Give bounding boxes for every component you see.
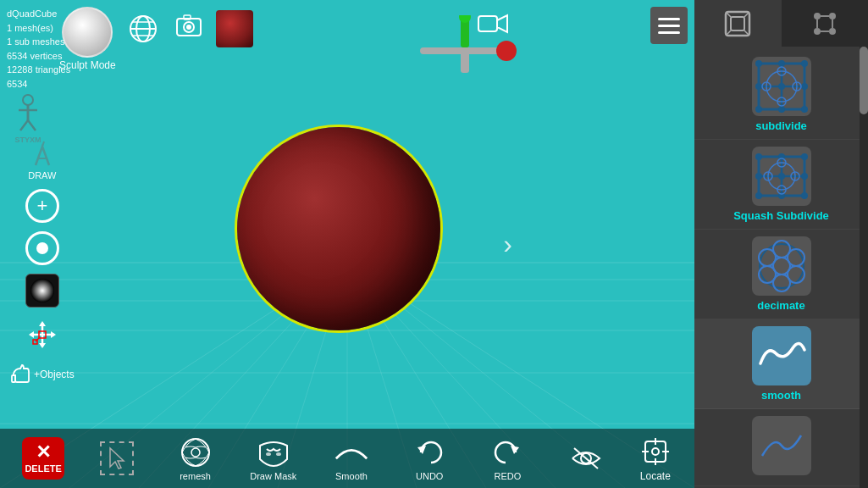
add-button[interactable]: + [25, 189, 59, 223]
nav-arrow-right[interactable]: › [503, 229, 512, 260]
draw-mask-tool[interactable]: Draw Mask [248, 435, 299, 481]
svg-point-86 [801, 83, 808, 90]
undo-tool[interactable]: UNDO [404, 435, 455, 481]
nodes-view-icon [809, 8, 841, 40]
svg-point-24 [186, 25, 191, 30]
globe-icon [128, 14, 158, 44]
svg-point-85 [755, 83, 762, 90]
remesh-icon [179, 435, 213, 469]
locate-svg [640, 436, 671, 467]
smooth-label: Smooth [335, 471, 368, 481]
move-icon [27, 319, 58, 350]
left-tools: DRAW + [7, 140, 78, 387]
svg-point-91 [801, 106, 808, 113]
delete-x-icon: ✕ [36, 443, 51, 462]
svg-point-106 [755, 173, 762, 180]
panel-scrollbar[interactable] [860, 47, 868, 488]
svg-point-100 [755, 153, 762, 160]
tool-item-smooth[interactable]: smooth [694, 319, 868, 409]
subdivide-icon-container [752, 57, 811, 116]
cube-view-icon [721, 8, 754, 40]
locate-tool[interactable]: Locate [639, 435, 672, 482]
svg-point-74 [814, 28, 821, 35]
svg-point-88 [755, 60, 762, 67]
svg-line-37 [28, 120, 36, 130]
right-panel: subdivide [694, 0, 868, 488]
svg-rect-50 [12, 375, 15, 382]
tool-gizmo [408, 15, 518, 86]
redo-svg [492, 437, 522, 468]
svg-point-53 [191, 448, 200, 457]
3d-sphere [237, 127, 440, 330]
undo-svg [414, 437, 445, 468]
move-tool[interactable] [24, 316, 61, 353]
styx-logo-svg [7, 93, 49, 136]
redo-tool[interactable]: REDO [482, 435, 533, 481]
squash-subdivide-icon [755, 150, 808, 202]
mesh-info: dQuadCube 1 mesh(es) 1 sub meshes 6534 v… [7, 7, 70, 91]
panel-tabs [694, 0, 868, 47]
tool-item-extra[interactable] [694, 409, 868, 486]
svg-point-108 [778, 173, 785, 180]
svg-point-75 [829, 28, 836, 35]
smooth-icon-container [752, 326, 811, 385]
svg-point-72 [814, 13, 821, 19]
svg-point-107 [801, 173, 808, 180]
tool-item-decimate[interactable]: decimate [694, 230, 868, 319]
delete-button[interactable]: ✕ DELETE [22, 437, 64, 480]
svg-point-102 [755, 192, 762, 199]
decimate-icon [755, 240, 808, 292]
subdivide-icon [755, 60, 808, 113]
eye-slash-icon [569, 441, 603, 475]
smooth-svg [334, 439, 368, 466]
extra-icon [755, 429, 808, 463]
svg-point-40 [30, 279, 54, 302]
hamburger-menu[interactable] [650, 7, 688, 44]
svg-marker-45 [29, 331, 34, 338]
remesh-label: remesh [180, 471, 211, 481]
ham-line-3 [658, 31, 680, 34]
ham-line-2 [658, 25, 680, 27]
undo-label: UNDO [416, 471, 443, 481]
svg-rect-49 [33, 340, 37, 344]
radial-button[interactable] [25, 274, 59, 308]
remesh-svg [179, 435, 213, 469]
tool-item-subdivide[interactable]: subdivide [694, 50, 868, 140]
tool-item-squash-subdivide[interactable]: Squash Subdivide [694, 140, 868, 230]
camera-icon [174, 10, 204, 41]
draw-tool[interactable]: DRAW [27, 140, 58, 180]
svg-rect-31 [461, 47, 469, 73]
eye-slash-tool[interactable] [561, 441, 611, 475]
tab-nodes-view[interactable] [782, 0, 869, 47]
tab-cube-view[interactable] [694, 0, 782, 47]
svg-marker-43 [39, 321, 46, 326]
svg-point-61 [652, 448, 659, 455]
scrollbar-thumb[interactable] [860, 47, 868, 114]
globe-button[interactable] [124, 10, 162, 47]
triangles-count: 12288 triangles [7, 63, 70, 77]
radial-icon [30, 278, 55, 303]
objects-button[interactable]: +Objects [7, 362, 78, 387]
mesh-count: 1 mesh(es) [7, 21, 70, 36]
svg-marker-46 [51, 331, 56, 338]
redo-label: REDO [495, 471, 522, 481]
svg-marker-44 [39, 343, 46, 348]
svg-point-89 [801, 60, 808, 67]
vertices-count: 6534 vertices [7, 49, 70, 64]
remesh-tool[interactable]: remesh [170, 435, 221, 481]
dot-button[interactable] [25, 231, 59, 265]
locate-label: Locate [640, 470, 671, 482]
eye-slash-svg [569, 443, 603, 474]
smooth-tool[interactable]: Smooth [326, 435, 377, 481]
cursor-icon [100, 441, 134, 475]
undo-icon [412, 435, 446, 469]
cursor-tool[interactable] [91, 441, 142, 475]
svg-marker-56 [417, 446, 426, 454]
sphere-thumbnail[interactable] [216, 10, 253, 47]
svg-rect-67 [731, 17, 744, 30]
svg-line-59 [574, 448, 598, 469]
svg-point-90 [755, 106, 762, 113]
svg-line-36 [20, 120, 28, 130]
camera-button[interactable] [170, 7, 207, 44]
svg-point-103 [801, 192, 808, 199]
